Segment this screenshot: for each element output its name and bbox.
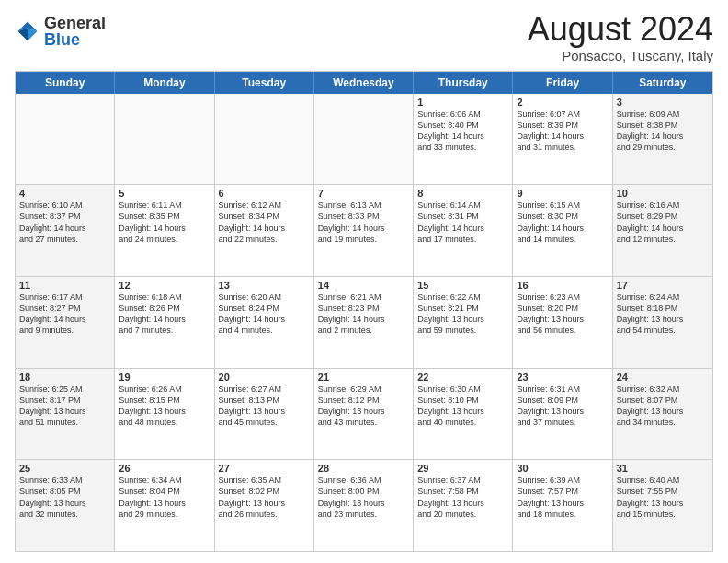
day-info: Sunrise: 6:25 AM Sunset: 8:17 PM Dayligh… — [19, 384, 110, 429]
day-number: 24 — [617, 372, 709, 383]
logo-blue-text: Blue — [44, 31, 106, 48]
calendar-row-1: 4Sunrise: 6:10 AM Sunset: 8:37 PM Daylig… — [16, 185, 712, 277]
day-number: 15 — [417, 280, 508, 291]
calendar-header-thursday: Thursday — [414, 72, 513, 94]
day-info: Sunrise: 6:10 AM Sunset: 8:37 PM Dayligh… — [19, 200, 110, 245]
day-number: 3 — [617, 97, 709, 108]
calendar-row-3: 18Sunrise: 6:25 AM Sunset: 8:17 PM Dayli… — [16, 369, 712, 461]
calendar-cell-28: 28Sunrise: 6:36 AM Sunset: 8:00 PM Dayli… — [314, 460, 414, 551]
calendar-cell-16: 16Sunrise: 6:23 AM Sunset: 8:20 PM Dayli… — [513, 277, 612, 368]
day-number: 22 — [417, 372, 508, 383]
day-info: Sunrise: 6:24 AM Sunset: 8:18 PM Dayligh… — [617, 292, 709, 337]
calendar-cell-30: 30Sunrise: 6:39 AM Sunset: 7:57 PM Dayli… — [513, 460, 612, 551]
calendar-header-row: SundayMondayTuesdayWednesdayThursdayFrid… — [16, 72, 712, 94]
day-number: 28 — [318, 463, 409, 474]
day-info: Sunrise: 6:07 AM Sunset: 8:39 PM Dayligh… — [517, 109, 608, 154]
logo: General Blue — [15, 15, 106, 48]
day-info: Sunrise: 6:16 AM Sunset: 8:29 PM Dayligh… — [617, 200, 709, 245]
calendar-row-4: 25Sunrise: 6:33 AM Sunset: 8:05 PM Dayli… — [16, 460, 712, 551]
day-info: Sunrise: 6:14 AM Sunset: 8:31 PM Dayligh… — [417, 200, 508, 245]
day-info: Sunrise: 6:27 AM Sunset: 8:13 PM Dayligh… — [219, 384, 310, 429]
day-number: 1 — [417, 97, 508, 108]
day-number: 10 — [617, 188, 709, 199]
calendar-cell-25: 25Sunrise: 6:33 AM Sunset: 8:05 PM Dayli… — [16, 460, 115, 551]
calendar-cell-4: 4Sunrise: 6:10 AM Sunset: 8:37 PM Daylig… — [16, 185, 115, 276]
day-number: 14 — [318, 280, 409, 291]
day-info: Sunrise: 6:18 AM Sunset: 8:26 PM Dayligh… — [119, 292, 210, 337]
calendar: SundayMondayTuesdayWednesdayThursdayFrid… — [15, 71, 713, 552]
day-info: Sunrise: 6:30 AM Sunset: 8:10 PM Dayligh… — [417, 384, 508, 429]
calendar-cell-empty-0-1 — [115, 94, 214, 185]
page: General Blue August 2024 Ponsacco, Tusca… — [0, 0, 728, 563]
title-location: Ponsacco, Tuscany, Italy — [528, 48, 713, 63]
day-info: Sunrise: 6:32 AM Sunset: 8:07 PM Dayligh… — [617, 384, 709, 429]
day-number: 9 — [517, 188, 608, 199]
day-info: Sunrise: 6:11 AM Sunset: 8:35 PM Dayligh… — [119, 200, 210, 245]
calendar-header-wednesday: Wednesday — [314, 72, 414, 94]
day-number: 8 — [417, 188, 508, 199]
calendar-body: 1Sunrise: 6:06 AM Sunset: 8:40 PM Daylig… — [16, 94, 712, 551]
calendar-header-sunday: Sunday — [16, 72, 115, 94]
day-number: 17 — [617, 280, 709, 291]
calendar-cell-15: 15Sunrise: 6:22 AM Sunset: 8:21 PM Dayli… — [414, 277, 513, 368]
day-number: 16 — [517, 280, 608, 291]
day-number: 4 — [19, 188, 110, 199]
title-block: August 2024 Ponsacco, Tuscany, Italy — [528, 11, 713, 63]
logo-text: General Blue — [44, 15, 106, 48]
calendar-cell-12: 12Sunrise: 6:18 AM Sunset: 8:26 PM Dayli… — [115, 277, 214, 368]
calendar-row-0: 1Sunrise: 6:06 AM Sunset: 8:40 PM Daylig… — [16, 94, 712, 186]
day-info: Sunrise: 6:13 AM Sunset: 8:33 PM Dayligh… — [318, 200, 409, 245]
calendar-cell-23: 23Sunrise: 6:31 AM Sunset: 8:09 PM Dayli… — [513, 369, 612, 460]
calendar-cell-19: 19Sunrise: 6:26 AM Sunset: 8:15 PM Dayli… — [115, 369, 214, 460]
day-info: Sunrise: 6:39 AM Sunset: 7:57 PM Dayligh… — [517, 475, 608, 520]
calendar-cell-27: 27Sunrise: 6:35 AM Sunset: 8:02 PM Dayli… — [215, 460, 314, 551]
day-info: Sunrise: 6:26 AM Sunset: 8:15 PM Dayligh… — [119, 384, 210, 429]
calendar-cell-9: 9Sunrise: 6:15 AM Sunset: 8:30 PM Daylig… — [513, 185, 612, 276]
calendar-cell-21: 21Sunrise: 6:29 AM Sunset: 8:12 PM Dayli… — [314, 369, 414, 460]
day-number: 6 — [219, 188, 310, 199]
day-info: Sunrise: 6:09 AM Sunset: 8:38 PM Dayligh… — [617, 109, 709, 154]
day-number: 21 — [318, 372, 409, 383]
day-number: 13 — [219, 280, 310, 291]
calendar-cell-3: 3Sunrise: 6:09 AM Sunset: 8:38 PM Daylig… — [613, 94, 712, 185]
day-number: 30 — [517, 463, 608, 474]
day-number: 29 — [417, 463, 508, 474]
day-number: 27 — [219, 463, 310, 474]
day-info: Sunrise: 6:23 AM Sunset: 8:20 PM Dayligh… — [517, 292, 608, 337]
calendar-cell-5: 5Sunrise: 6:11 AM Sunset: 8:35 PM Daylig… — [115, 185, 214, 276]
calendar-cell-24: 24Sunrise: 6:32 AM Sunset: 8:07 PM Dayli… — [613, 369, 712, 460]
calendar-cell-empty-0-0 — [16, 94, 115, 185]
day-number: 2 — [517, 97, 608, 108]
day-info: Sunrise: 6:37 AM Sunset: 7:58 PM Dayligh… — [417, 475, 508, 520]
calendar-header-tuesday: Tuesday — [215, 72, 314, 94]
calendar-row-2: 11Sunrise: 6:17 AM Sunset: 8:27 PM Dayli… — [16, 277, 712, 369]
header: General Blue August 2024 Ponsacco, Tusca… — [15, 11, 713, 63]
day-info: Sunrise: 6:20 AM Sunset: 8:24 PM Dayligh… — [219, 292, 310, 337]
calendar-cell-29: 29Sunrise: 6:37 AM Sunset: 7:58 PM Dayli… — [414, 460, 513, 551]
day-info: Sunrise: 6:34 AM Sunset: 8:04 PM Dayligh… — [119, 475, 210, 520]
day-number: 5 — [119, 188, 210, 199]
day-info: Sunrise: 6:06 AM Sunset: 8:40 PM Dayligh… — [417, 109, 508, 154]
calendar-cell-18: 18Sunrise: 6:25 AM Sunset: 8:17 PM Dayli… — [16, 369, 115, 460]
calendar-cell-22: 22Sunrise: 6:30 AM Sunset: 8:10 PM Dayli… — [414, 369, 513, 460]
calendar-cell-13: 13Sunrise: 6:20 AM Sunset: 8:24 PM Dayli… — [215, 277, 314, 368]
calendar-cell-8: 8Sunrise: 6:14 AM Sunset: 8:31 PM Daylig… — [414, 185, 513, 276]
calendar-cell-2: 2Sunrise: 6:07 AM Sunset: 8:39 PM Daylig… — [513, 94, 612, 185]
calendar-cell-7: 7Sunrise: 6:13 AM Sunset: 8:33 PM Daylig… — [314, 185, 414, 276]
day-number: 31 — [617, 463, 709, 474]
calendar-cell-10: 10Sunrise: 6:16 AM Sunset: 8:29 PM Dayli… — [613, 185, 712, 276]
day-info: Sunrise: 6:36 AM Sunset: 8:00 PM Dayligh… — [318, 475, 409, 520]
day-info: Sunrise: 6:35 AM Sunset: 8:02 PM Dayligh… — [219, 475, 310, 520]
calendar-cell-empty-0-2 — [215, 94, 314, 185]
calendar-cell-6: 6Sunrise: 6:12 AM Sunset: 8:34 PM Daylig… — [215, 185, 314, 276]
day-number: 20 — [219, 372, 310, 383]
calendar-cell-20: 20Sunrise: 6:27 AM Sunset: 8:13 PM Dayli… — [215, 369, 314, 460]
calendar-header-friday: Friday — [513, 72, 612, 94]
day-info: Sunrise: 6:17 AM Sunset: 8:27 PM Dayligh… — [19, 292, 110, 337]
day-info: Sunrise: 6:21 AM Sunset: 8:23 PM Dayligh… — [318, 292, 409, 337]
calendar-cell-1: 1Sunrise: 6:06 AM Sunset: 8:40 PM Daylig… — [414, 94, 513, 185]
logo-general-text: General — [44, 15, 106, 31]
day-info: Sunrise: 6:29 AM Sunset: 8:12 PM Dayligh… — [318, 384, 409, 429]
day-number: 12 — [119, 280, 210, 291]
calendar-cell-17: 17Sunrise: 6:24 AM Sunset: 8:18 PM Dayli… — [613, 277, 712, 368]
